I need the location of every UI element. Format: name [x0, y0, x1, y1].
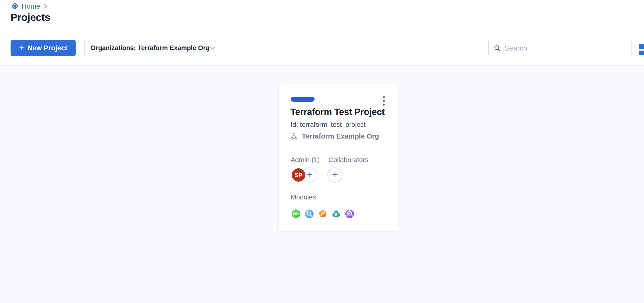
search-icon	[494, 44, 501, 52]
modules-row: $	[291, 208, 354, 219]
organizations-filter-dropdown[interactable]: Organizations: Terraform Example Org	[84, 40, 216, 56]
project-color-bar	[290, 97, 314, 102]
project-id: Id: terraform_test_project	[290, 121, 366, 128]
toolbar: + New Project Organizations: Terraform E…	[0, 31, 644, 66]
feature-flags-module-icon	[318, 208, 328, 219]
collaborators-section-label: Collaborators	[328, 156, 368, 164]
admin-avatar[interactable]: SP	[292, 168, 305, 182]
svg-text:$: $	[335, 212, 337, 217]
admin-section-label: Admin (1)	[290, 156, 320, 164]
organization-icon	[290, 132, 298, 140]
modules-section-label: Modules	[290, 194, 316, 201]
projects-page: { "header": { "breadcrumb": { "home": "H…	[0, 0, 644, 303]
organizations-filter-value: Organizations: Terraform Example Org	[91, 44, 210, 52]
project-org-row: Terraform Example Org	[290, 132, 379, 140]
page-header: Home Projects	[0, 0, 644, 30]
new-project-button[interactable]: + New Project	[10, 40, 76, 56]
continuous-delivery-module-icon	[291, 208, 301, 219]
search-input[interactable]	[504, 44, 626, 52]
add-collaborator-button[interactable]: +	[327, 167, 342, 183]
chaos-engineering-module-icon	[304, 208, 314, 219]
project-card[interactable]: Terraform Test Project Id: terraform_tes…	[278, 84, 398, 230]
cloud-cost-management-module-icon: $	[331, 208, 341, 219]
project-title: Terraform Test Project	[290, 107, 384, 117]
project-org-name: Terraform Example Org	[302, 132, 379, 140]
breadcrumb-home-link[interactable]: Home	[22, 2, 40, 10]
search-box	[488, 40, 632, 56]
page-title: Projects	[10, 12, 50, 23]
grid-view-toggle-icon[interactable]	[639, 44, 644, 55]
breadcrumb: Home	[11, 2, 47, 10]
new-project-button-label: New Project	[28, 44, 67, 52]
service-reliability-module-icon	[345, 208, 354, 219]
breadcrumb-chevron-icon	[44, 4, 47, 9]
plus-icon: +	[19, 43, 24, 52]
card-menu-button[interactable]	[379, 94, 388, 108]
chevron-down-icon	[210, 46, 215, 50]
app-logo-icon	[11, 2, 19, 10]
